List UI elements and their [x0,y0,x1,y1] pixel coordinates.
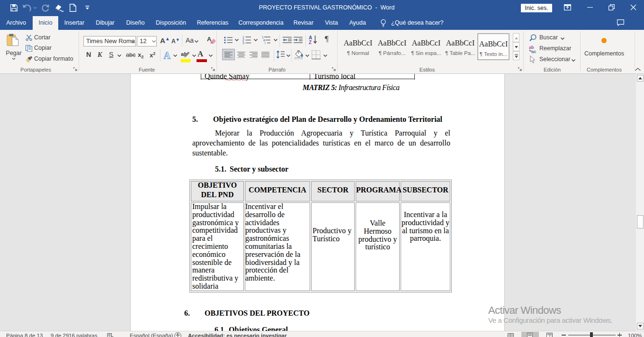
svg-text:Z: Z [309,40,312,45]
svg-text:A: A [164,51,171,60]
svg-text:ac: ac [531,49,536,54]
svg-text:i: i [265,41,265,44]
svg-text:3: 3 [242,41,244,44]
